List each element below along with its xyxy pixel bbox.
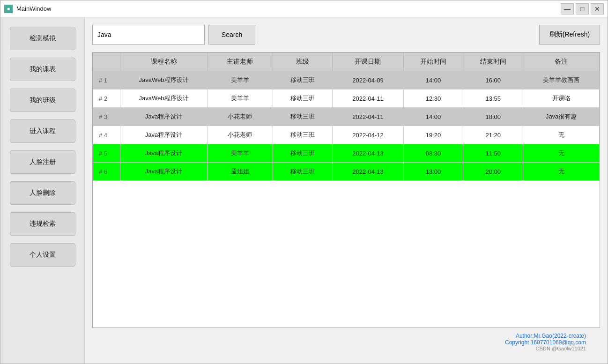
row-note: Java很有趣 — [523, 108, 600, 126]
row-teacher: 美羊羊 — [208, 71, 273, 89]
minimize-button[interactable]: — — [561, 3, 574, 15]
table-row[interactable]: # 5Java程序设计美羊羊移动三班2022-04-1308:3011:50无 — [93, 144, 600, 163]
row-date: 2022-04-11 — [333, 89, 403, 108]
maximize-button[interactable]: □ — [576, 3, 589, 15]
row-date: 2022-04-12 — [333, 126, 403, 144]
sidebar-btn-enter-course[interactable]: 进入课程 — [10, 119, 75, 143]
table-header: 课程名称 主讲老师 班级 开课日期 开始时间 结束时间 备注 — [93, 53, 600, 71]
row-class: 移动三班 — [273, 163, 333, 181]
row-note: 无 — [523, 163, 600, 181]
row-class: 移动三班 — [273, 71, 333, 89]
row-course: Java程序设计 — [120, 108, 208, 126]
table-row[interactable]: # 4Java程序设计小花老师移动三班2022-04-1219:2021:20无 — [93, 126, 600, 144]
footer-copyright: Copyright 1607701069@qq.com — [92, 339, 586, 346]
row-note: 无 — [523, 144, 600, 163]
window-controls: — □ ✕ — [561, 3, 604, 15]
row-number: # 2 — [93, 89, 120, 108]
footer: Author:Mr.Gao(2022-create) Copyright 160… — [92, 328, 600, 356]
row-course: Java程序设计 — [120, 126, 208, 144]
row-note: 开课咯 — [523, 89, 600, 108]
row-date: 2022-04-09 — [333, 71, 403, 89]
row-start: 14:00 — [403, 108, 463, 126]
sidebar-btn-face-register[interactable]: 人脸注册 — [10, 150, 75, 174]
row-start: 14:00 — [403, 71, 463, 89]
title-bar: ■ MainWindow — □ ✕ — [0, 0, 608, 17]
col-end: 结束时间 — [463, 53, 523, 71]
row-course: JavaWeb程序设计 — [120, 89, 208, 108]
row-teacher: 小花老师 — [208, 108, 273, 126]
search-input[interactable] — [92, 25, 205, 45]
row-teacher: 美羊羊 — [208, 89, 273, 108]
refresh-button[interactable]: 刷新(Refresh) — [539, 25, 600, 45]
search-button[interactable]: Search — [208, 25, 255, 45]
row-class: 移动三班 — [273, 126, 333, 144]
row-start: 12:30 — [403, 89, 463, 108]
row-number: # 5 — [93, 144, 120, 163]
row-start: 19:20 — [403, 126, 463, 144]
search-bar: Search 刷新(Refresh) — [92, 25, 600, 45]
main-window: ■ MainWindow — □ ✕ 检测模拟我的课表我的班级进入课程人脸注册人… — [0, 0, 608, 364]
row-class: 移动三班 — [273, 144, 333, 163]
row-number: # 4 — [93, 126, 120, 144]
table-row[interactable]: # 1JavaWeb程序设计美羊羊移动三班2022-04-0914:0016:0… — [93, 71, 600, 89]
row-class: 移动三班 — [273, 89, 333, 108]
row-date: 2022-04-11 — [333, 108, 403, 126]
row-start: 13:00 — [403, 163, 463, 181]
row-date: 2022-04-13 — [333, 163, 403, 181]
sidebar: 检测模拟我的课表我的班级进入课程人脸注册人脸删除违规检索个人设置 — [0, 17, 85, 364]
row-course: JavaWeb程序设计 — [120, 71, 208, 89]
row-number: # 6 — [93, 163, 120, 181]
row-end: 21:20 — [463, 126, 523, 144]
table-container: 课程名称 主讲老师 班级 开课日期 开始时间 结束时间 备注 # 1JavaWe… — [92, 52, 600, 328]
main-layout: 检测模拟我的课表我的班级进入课程人脸注册人脸删除违规检索个人设置 Search … — [0, 17, 608, 364]
row-end: 20:00 — [463, 163, 523, 181]
row-course: Java程序设计 — [120, 144, 208, 163]
sidebar-btn-my-class[interactable]: 我的班级 — [10, 89, 75, 112]
sidebar-btn-my-schedule[interactable]: 我的课表 — [10, 58, 75, 81]
row-teacher: 小花老师 — [208, 126, 273, 144]
col-num — [93, 53, 120, 71]
courses-table: 课程名称 主讲老师 班级 开课日期 开始时间 结束时间 备注 # 1JavaWe… — [93, 52, 600, 181]
footer-author: Author:Mr.Gao(2022-create) — [92, 333, 586, 339]
content-area: Search 刷新(Refresh) 课程名称 主讲老师 班级 开课日期 开始时… — [85, 17, 608, 364]
col-date: 开课日期 — [333, 53, 403, 71]
row-teacher: 孟姐姐 — [208, 163, 273, 181]
col-note: 备注 — [523, 53, 600, 71]
row-teacher: 美羊羊 — [208, 144, 273, 163]
table-row[interactable]: # 3Java程序设计小花老师移动三班2022-04-1114:0018:00J… — [93, 108, 600, 126]
row-class: 移动三班 — [273, 108, 333, 126]
row-end: 11:50 — [463, 144, 523, 163]
col-start: 开始时间 — [403, 53, 463, 71]
col-course: 课程名称 — [120, 53, 208, 71]
table-row[interactable]: # 2JavaWeb程序设计美羊羊移动三班2022-04-1112:3013:5… — [93, 89, 600, 108]
sidebar-btn-face-delete[interactable]: 人脸删除 — [10, 181, 75, 205]
sidebar-btn-violation-search[interactable]: 违规检索 — [10, 212, 75, 236]
row-course: Java程序设计 — [120, 163, 208, 181]
footer-credit: CSDN @Gaolw11021 — [92, 346, 586, 351]
row-start: 08:30 — [403, 144, 463, 163]
col-teacher: 主讲老师 — [208, 53, 273, 71]
close-button[interactable]: ✕ — [591, 3, 604, 15]
table-body: # 1JavaWeb程序设计美羊羊移动三班2022-04-0914:0016:0… — [93, 71, 600, 181]
row-note: 美羊羊教画画 — [523, 71, 600, 89]
sidebar-btn-detect-simulate[interactable]: 检测模拟 — [10, 27, 75, 50]
window-title: MainWindow — [16, 5, 561, 12]
window-icon: ■ — [4, 5, 13, 13]
row-note: 无 — [523, 126, 600, 144]
row-date: 2022-04-13 — [333, 144, 403, 163]
sidebar-btn-personal-settings[interactable]: 个人设置 — [10, 243, 75, 267]
row-number: # 3 — [93, 108, 120, 126]
row-end: 16:00 — [463, 71, 523, 89]
row-number: # 1 — [93, 71, 120, 89]
table-row[interactable]: # 6Java程序设计孟姐姐移动三班2022-04-1313:0020:00无 — [93, 163, 600, 181]
col-class: 班级 — [273, 53, 333, 71]
row-end: 13:55 — [463, 89, 523, 108]
row-end: 18:00 — [463, 108, 523, 126]
